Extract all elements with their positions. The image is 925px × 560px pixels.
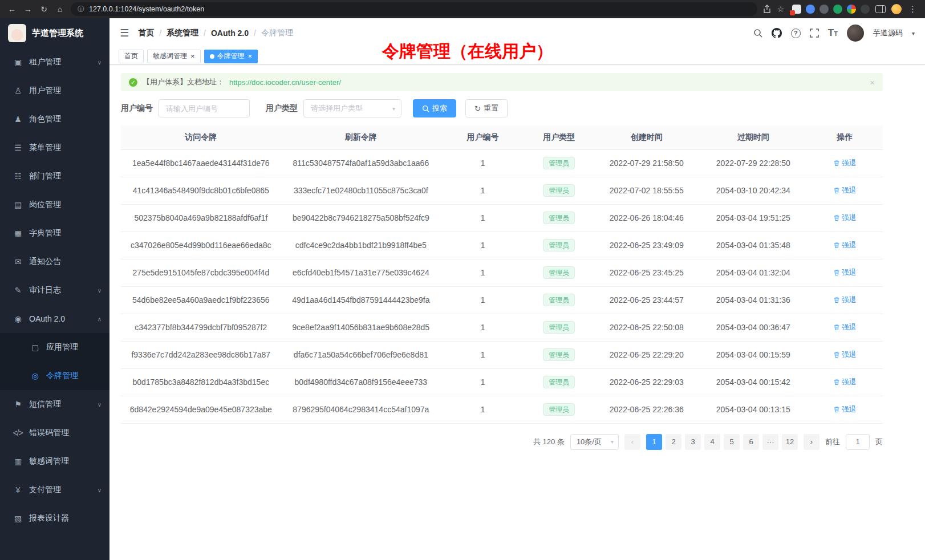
force-logout-button[interactable]: 强退 <box>833 185 857 196</box>
access-token-cell: c347026e805e4d99b0d116eae66eda8c <box>121 232 281 259</box>
breadcrumb-item: OAuth 2.0 <box>211 29 249 38</box>
share-icon[interactable] <box>763 5 771 14</box>
tab-close-icon[interactable]: × <box>248 52 253 60</box>
delete-icon <box>833 406 840 413</box>
search-button[interactable]: 搜索 <box>413 99 456 117</box>
sidebar-item-report-designer[interactable]: ▧报表设计器 <box>0 504 109 533</box>
sidebar-item-label: 通知公告 <box>29 257 61 267</box>
app-logo-bar[interactable]: 芋道管理系统 <box>0 18 109 48</box>
force-logout-button[interactable]: 强退 <box>833 322 857 332</box>
help-icon[interactable]: ? <box>791 29 801 38</box>
force-logout-button[interactable]: 强退 <box>833 267 857 278</box>
doc-alert: ✓ 【用户体系】文档地址： https://doc.iocoder.cn/use… <box>121 73 883 91</box>
sidebar-item-menu[interactable]: ☰菜单管理 <box>0 133 109 162</box>
tab-token[interactable]: 令牌管理× <box>204 50 258 63</box>
force-logout-button[interactable]: 强退 <box>833 404 857 415</box>
browser-profile-avatar[interactable] <box>891 4 902 14</box>
force-logout-label: 强退 <box>842 295 857 305</box>
user-avatar[interactable] <box>847 25 864 42</box>
tenant-icon: ▣ <box>11 58 24 67</box>
user-type-select[interactable]: 请选择用户类型 ▾ <box>303 99 401 117</box>
sidebar-item-pay[interactable]: ¥支付管理∨ <box>0 476 109 504</box>
page-button[interactable]: 4 <box>704 434 720 450</box>
font-size-icon[interactable]: TT <box>828 27 838 39</box>
browser-menu-icon[interactable]: ⋮ <box>907 4 918 14</box>
github-icon[interactable] <box>772 28 782 38</box>
sidebar-item-sms[interactable]: ⚑短信管理∨ <box>0 390 109 419</box>
sidebar-item-dict[interactable]: ▦字典管理 <box>0 219 109 247</box>
browser-back-icon[interactable]: ← <box>7 5 17 14</box>
page-button[interactable]: 1 <box>646 434 662 450</box>
sidebar-collapse-icon[interactable]: ☰ <box>120 27 129 39</box>
extension-icon[interactable] <box>819 5 829 14</box>
search-icon[interactable] <box>753 29 762 38</box>
alert-close-icon[interactable]: × <box>870 78 875 87</box>
sidebar-item-sensitive-word[interactable]: ▥敏感词管理 <box>0 447 109 476</box>
doc-link[interactable]: https://doc.iocoder.cn/user-center/ <box>229 78 341 87</box>
extension-icon[interactable] <box>792 5 801 14</box>
page-button[interactable]: 2 <box>666 434 681 450</box>
tab-home[interactable]: 首页 <box>119 50 144 63</box>
extension-icon[interactable] <box>847 5 856 14</box>
tab-sensitive-word[interactable]: 敏感词管理× <box>147 50 201 63</box>
reset-button[interactable]: ↻ 重置 <box>465 99 508 117</box>
browser-reload-icon[interactable]: ↻ <box>39 5 49 14</box>
extension-icon[interactable] <box>806 5 815 14</box>
sidebar-item-dept[interactable]: ☷部门管理 <box>0 162 109 190</box>
sidebar-item-error-code[interactable]: </>错误码管理 <box>0 419 109 447</box>
sidebar-item-oauth2[interactable]: ◉OAuth 2.0∧ <box>0 305 109 333</box>
sidebar: 芋道管理系统 ▣租户管理∨♙用户管理♟角色管理☰菜单管理☷部门管理▤岗位管理▦字… <box>0 18 109 560</box>
address-bar[interactable]: ⓘ 127.0.0.1:1024/system/oauth2/token <box>71 2 757 16</box>
username[interactable]: 芋道源码 <box>873 28 903 38</box>
goto-page-input[interactable] <box>846 434 870 450</box>
top-navbar: ☰ 首页/系统管理/OAuth 2.0/令牌管理 ? TT 芋道源码 ▾ <box>109 18 925 48</box>
sidebar-item-app[interactable]: ▢应用管理 <box>0 333 109 362</box>
page-button[interactable]: 5 <box>724 434 740 450</box>
site-info-icon[interactable]: ⓘ <box>78 5 84 14</box>
sidebar-item-notice[interactable]: ✉通知公告 <box>0 247 109 276</box>
sidebar-item-role[interactable]: ♟角色管理 <box>0 105 109 133</box>
page-button[interactable]: 6 <box>743 434 759 450</box>
bookmark-star-icon[interactable]: ☆ <box>777 5 784 14</box>
pagination-more-button[interactable]: ··· <box>762 434 778 450</box>
extension-icon[interactable] <box>833 5 842 14</box>
force-logout-button[interactable]: 强退 <box>833 240 857 250</box>
tab-label: 敏感词管理 <box>153 51 187 61</box>
pagination-next-button[interactable]: › <box>804 434 819 450</box>
user-id-input[interactable] <box>159 99 250 117</box>
expire-time-cell: 2054-03-10 20:42:34 <box>700 177 806 204</box>
fullscreen-icon[interactable] <box>810 29 819 38</box>
sidebar-item-token[interactable]: ◎令牌管理 <box>0 362 109 390</box>
user-type-tag: 管理员 <box>543 348 575 361</box>
table-row: 502375b8040a469a9b82188afdf6af1fbe90422b… <box>121 204 883 232</box>
pay-icon: ¥ <box>11 485 24 494</box>
sidebar-item-label: 审计日志 <box>29 285 61 295</box>
tab-close-icon[interactable]: × <box>190 52 195 60</box>
column-header: 用户类型 <box>525 125 593 149</box>
force-logout-button[interactable]: 强退 <box>833 158 857 168</box>
pagination-prev-button[interactable]: ‹ <box>624 434 640 450</box>
page-button[interactable]: 3 <box>685 434 701 450</box>
sidebar-item-user[interactable]: ♙用户管理 <box>0 76 109 105</box>
chevron-up-icon: ∧ <box>98 316 102 322</box>
chevron-down-icon: ∨ <box>98 487 102 493</box>
browser-home-icon[interactable]: ⌂ <box>55 5 65 14</box>
breadcrumb-item[interactable]: 首页 <box>138 28 154 38</box>
sidebar-item-post[interactable]: ▤岗位管理 <box>0 190 109 219</box>
extension-icon[interactable] <box>861 5 870 14</box>
app-title: 芋道管理系统 <box>32 28 83 39</box>
page-content: ✓ 【用户体系】文档地址： https://doc.iocoder.cn/use… <box>109 65 925 560</box>
breadcrumb-item: 令牌管理 <box>261 28 293 38</box>
force-logout-button[interactable]: 强退 <box>833 295 857 305</box>
browser-forward-icon[interactable]: → <box>23 5 33 14</box>
page-size-select[interactable]: 10条/页 ▾ <box>570 434 619 450</box>
sidebar-item-audit-log[interactable]: ✎审计日志∨ <box>0 276 109 305</box>
force-logout-button[interactable]: 强退 <box>833 377 857 387</box>
sidebar-item-tenant[interactable]: ▣租户管理∨ <box>0 48 109 76</box>
force-logout-button[interactable]: 强退 <box>833 350 857 360</box>
force-logout-button[interactable]: 强退 <box>833 213 857 223</box>
expire-time-cell: 2054-03-04 00:15:59 <box>700 341 806 368</box>
expire-time-cell: 2054-03-04 00:13:15 <box>700 396 806 423</box>
page-button[interactable]: 12 <box>782 434 798 450</box>
split-screen-icon[interactable] <box>875 5 886 13</box>
